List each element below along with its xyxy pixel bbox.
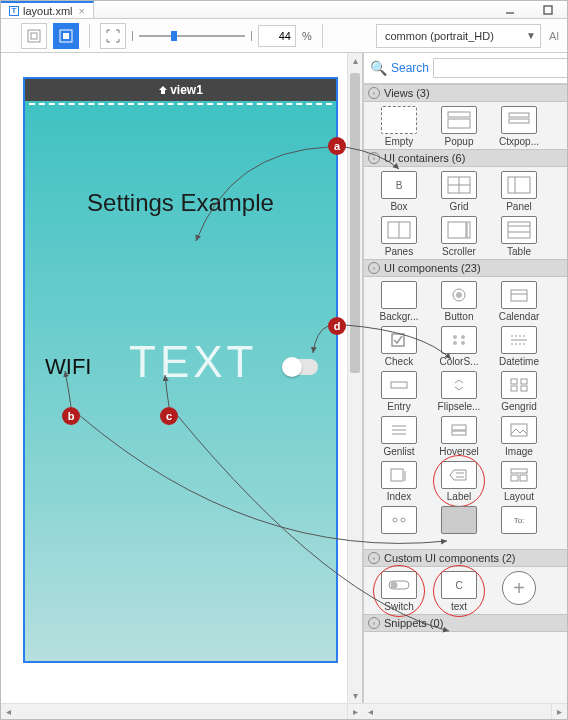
svg-rect-6 — [448, 112, 470, 117]
palette-item-more3[interactable]: To: — [490, 506, 548, 547]
minimize-button[interactable] — [491, 1, 529, 18]
section-containers-items: BBox Grid Panel Panes Scroller Table — [364, 167, 568, 259]
svg-rect-44 — [511, 424, 527, 436]
callout-a: a — [328, 137, 346, 155]
palette-item-panel[interactable]: Panel — [490, 171, 548, 212]
svg-rect-26 — [392, 334, 404, 346]
palette-item-ctxpopup[interactable]: Ctxpop... — [490, 106, 548, 147]
palette-item-popup[interactable]: Popup — [430, 106, 488, 147]
palette-item-switch[interactable]: Switch — [370, 571, 428, 612]
svg-rect-38 — [521, 386, 527, 391]
wifi-label[interactable]: WIFI — [45, 354, 91, 380]
palette-item-entry[interactable]: Entry — [370, 371, 428, 412]
layout-mode-1-button[interactable] — [21, 23, 47, 49]
fit-button[interactable] — [100, 23, 126, 49]
title-bar: T layout.xml × — [1, 1, 567, 19]
svg-rect-17 — [448, 222, 466, 238]
svg-rect-9 — [509, 119, 529, 123]
palette-item-more1[interactable] — [370, 506, 428, 547]
search-icon: 🔍 — [370, 60, 387, 76]
svg-rect-43 — [452, 431, 466, 435]
toolbar: % common (portrait_HD) ▼ Al — [1, 19, 567, 53]
palette-item-gengrid[interactable]: Gengrid — [490, 371, 548, 412]
palette-item-table[interactable]: Table — [490, 216, 548, 257]
callout-b: b — [62, 407, 80, 425]
palette-item-flipselector[interactable]: Flipsele... — [430, 371, 488, 412]
extra-label: Al — [547, 30, 561, 42]
section-header-containers[interactable]: ◦ UI containers (6) ▼ — [364, 149, 568, 167]
svg-rect-13 — [508, 177, 530, 193]
palette-item-calendar[interactable]: Calendar — [490, 281, 548, 322]
search-row: 🔍 Search — [364, 53, 568, 84]
svg-point-53 — [401, 518, 405, 522]
svg-point-27 — [453, 335, 457, 339]
section-header-snippets[interactable]: ◦ Snippets (0) ▼ — [364, 614, 568, 632]
section-title: Views (3) — [384, 87, 430, 99]
svg-rect-35 — [511, 379, 517, 384]
section-header-views[interactable]: ◦ Views (3) ▼ — [364, 84, 568, 102]
device-profile-value: common (portrait_HD) — [385, 30, 494, 42]
palette-item-background[interactable]: Backgr... — [370, 281, 428, 322]
search-input[interactable] — [433, 58, 568, 78]
palette-item-empty[interactable]: Empty — [370, 106, 428, 147]
close-tab-icon[interactable]: × — [77, 5, 85, 17]
svg-point-52 — [393, 518, 397, 522]
palette-item-label[interactable]: Label — [430, 461, 488, 502]
zoom-slider[interactable] — [132, 31, 252, 41]
palette-item-hoversel[interactable]: Hoversel — [430, 416, 488, 457]
palette-item-check[interactable]: Check — [370, 326, 428, 367]
palette-item-layout[interactable]: Layout — [490, 461, 548, 502]
canvas-vertical-scrollbar[interactable]: ▴ ▾ — [347, 53, 362, 703]
svg-rect-42 — [452, 425, 466, 430]
view-title: view1 — [170, 83, 203, 97]
section-header-custom[interactable]: ◦ Custom UI components (2) ▼ — [364, 549, 568, 567]
svg-point-28 — [461, 335, 465, 339]
search-label: Search — [391, 61, 429, 75]
palette-item-button[interactable]: Button — [430, 281, 488, 322]
view-titlebar: view1 — [25, 79, 336, 101]
switch-control[interactable] — [282, 359, 318, 375]
callout-c: c — [160, 407, 178, 425]
section-title: UI components (23) — [384, 262, 481, 274]
section-views-items: Empty Popup Ctxpop... — [364, 102, 568, 149]
layout-mode-2-button[interactable] — [53, 23, 79, 49]
svg-rect-5 — [63, 33, 69, 39]
palette-item-more2[interactable] — [430, 506, 488, 547]
svg-rect-37 — [511, 386, 517, 391]
maximize-button[interactable] — [529, 1, 567, 18]
filetype-icon: T — [9, 6, 19, 16]
palette-item-genlist[interactable]: Genlist — [370, 416, 428, 457]
palette-item-grid[interactable]: Grid — [430, 171, 488, 212]
zoom-input[interactable] — [258, 25, 296, 47]
palette-item-image[interactable]: Image — [490, 416, 548, 457]
palette-add-custom-button[interactable]: + — [490, 571, 548, 612]
palette-item-index[interactable]: Index — [370, 461, 428, 502]
device-profile-select[interactable]: common (portrait_HD) ▼ — [376, 24, 541, 48]
canvas-area: view1 Settings Example WIFI TEXT ▴ ▾ — [1, 53, 363, 703]
svg-rect-7 — [448, 119, 470, 128]
svg-rect-45 — [391, 469, 403, 481]
zoom-unit: % — [302, 30, 312, 42]
text-placeholder[interactable]: TEXT — [129, 337, 257, 387]
palette-item-scroller[interactable]: Scroller — [430, 216, 488, 257]
window-buttons — [491, 1, 567, 18]
section-components-items: Backgr... Button Calendar Check ColorS..… — [364, 277, 568, 549]
palette-item-datetime[interactable]: Datetime — [490, 326, 548, 367]
svg-rect-51 — [520, 475, 527, 481]
palette-item-colorselector[interactable]: ColorS... — [430, 326, 488, 367]
svg-point-55 — [391, 582, 398, 589]
heading-label[interactable]: Settings Example — [25, 189, 336, 217]
file-tab[interactable]: T layout.xml × — [1, 1, 94, 18]
svg-point-29 — [453, 341, 457, 345]
palette-item-text[interactable]: Ctext — [430, 571, 488, 612]
section-header-components[interactable]: ◦ UI components (23) ▼ — [364, 259, 568, 277]
horizontal-scrollbar[interactable]: ◂ ▸ ◂ ▸ — [1, 703, 567, 719]
svg-rect-36 — [521, 379, 527, 384]
separator — [89, 24, 90, 48]
palette-item-panes[interactable]: Panes — [370, 216, 428, 257]
svg-rect-18 — [467, 222, 470, 238]
palette-item-box[interactable]: BBox — [370, 171, 428, 212]
svg-rect-50 — [511, 475, 518, 481]
guide-line — [29, 103, 332, 105]
device-preview[interactable]: view1 Settings Example WIFI TEXT — [23, 77, 338, 663]
